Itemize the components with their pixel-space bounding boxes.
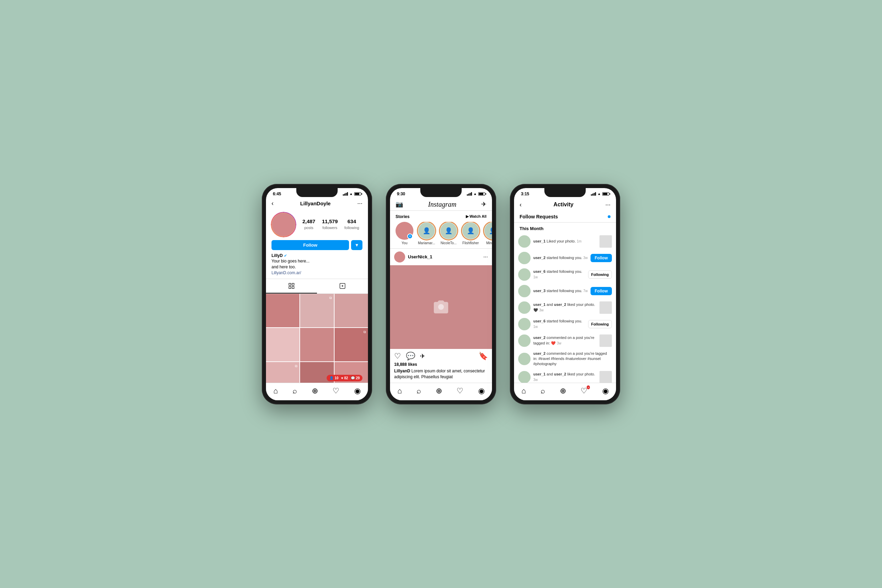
- activity-item-4: user_1 and user_2 liked your photo. 🖤 3w: [514, 299, 616, 316]
- story-you[interactable]: + You: [396, 222, 413, 245]
- comment-button[interactable]: 💬: [406, 352, 415, 361]
- more-button-3[interactable]: ···: [605, 201, 610, 208]
- activity-time-1: 3w: [583, 256, 588, 260]
- stat-followers[interactable]: 11,579 followers: [322, 218, 338, 231]
- followers-label: followers: [322, 226, 337, 230]
- follow-button[interactable]: Follow: [272, 240, 349, 250]
- grid-cell-5[interactable]: [300, 328, 333, 362]
- nav-add-1[interactable]: ⊕: [312, 387, 318, 396]
- nav-add-2[interactable]: ⊕: [436, 387, 442, 396]
- nav-profile-2[interactable]: ◉: [478, 387, 485, 396]
- activity-item-8: user_1 and user_2 liked your photo. 3w: [514, 369, 616, 383]
- tab-grid[interactable]: [266, 279, 317, 294]
- story-flish[interactable]: 👤 Flishflisher: [462, 222, 480, 245]
- post-username: UserNick_1: [408, 254, 432, 260]
- nav-profile-1[interactable]: ◉: [354, 387, 361, 396]
- story-mariamar[interactable]: 👤 Mariamar...: [418, 222, 435, 245]
- add-icon-1: ⊕: [312, 387, 318, 396]
- stat-following[interactable]: 634 following: [345, 218, 359, 231]
- like-button[interactable]: ♡: [394, 352, 401, 361]
- svg-rect-1: [292, 283, 294, 285]
- follow-button-1[interactable]: Follow: [591, 254, 612, 262]
- phone-2-screen: 9:30 ▲ 📷 Instagram: [390, 188, 492, 400]
- post-header: UserNick_1 ···: [390, 249, 492, 265]
- story-nicola[interactable]: 👤 NicoleTo...: [440, 222, 458, 245]
- grid-cell-7[interactable]: ⧉: [266, 362, 299, 382]
- post-caption: LillyanD Lorem ipsum dolor sit amet, con…: [390, 368, 492, 383]
- activity-text-4: user_1 and user_2 liked your photo. 🖤 3w: [533, 302, 597, 313]
- activity-time-6: 3w: [557, 341, 561, 345]
- nav-heart-2[interactable]: ♡: [456, 387, 464, 396]
- post-avatar[interactable]: [394, 252, 405, 262]
- follow-requests-section[interactable]: Follow Requests: [514, 211, 616, 222]
- save-button[interactable]: 🔖: [478, 352, 488, 361]
- nav-home-1[interactable]: ⌂: [273, 387, 278, 396]
- following-label: following: [345, 226, 359, 230]
- stats-container: 2,487 posts 11,579 followers 634 followi…: [299, 218, 363, 231]
- story-minery[interactable]: 👤 Minery...: [484, 222, 492, 245]
- following-button-2[interactable]: Following: [588, 270, 612, 279]
- dropdown-button[interactable]: ▼: [351, 240, 363, 250]
- activity-item-7: user_2 commented on a post you're tagged…: [514, 349, 616, 369]
- search-icon-1: ⌕: [292, 387, 297, 396]
- tab-tagged[interactable]: [317, 279, 368, 294]
- activity-text-3: user_3 started following you. 7w: [533, 288, 588, 294]
- wifi-icon-3: ▲: [597, 192, 601, 196]
- follow-button-3[interactable]: Follow: [591, 287, 612, 295]
- story-avatar-nicola: 👤: [440, 222, 458, 240]
- nav-heart-1[interactable]: ♡: [333, 387, 339, 396]
- nav-heart-3[interactable]: ♡ •: [580, 387, 587, 396]
- multi-icon-2: ⧉: [363, 330, 366, 334]
- activity-avatar-3: [518, 285, 531, 297]
- nav-profile-3[interactable]: ◉: [602, 387, 609, 396]
- activity-item-6: user_2 commented on a post you're tagged…: [514, 332, 616, 349]
- instagram-logo: Instagram: [428, 201, 456, 208]
- comments-badge: 💬 29: [351, 376, 360, 380]
- post-user-info: UserNick_1: [394, 252, 432, 262]
- activity-title: Activity: [554, 201, 574, 208]
- bio-name-row: LillyD ✔: [272, 253, 363, 259]
- caption-username: LillyanD: [394, 369, 410, 374]
- more-button-1[interactable]: ···: [357, 200, 363, 207]
- grid-cell-4[interactable]: [266, 328, 299, 362]
- grid-cell-2[interactable]: ⧉: [300, 294, 333, 327]
- activity-avatar-8: [518, 371, 531, 383]
- back-button-3[interactable]: ‹: [519, 201, 522, 208]
- following-button-5[interactable]: Following: [588, 320, 612, 328]
- grid-cell-3[interactable]: [334, 294, 368, 327]
- post-more-button[interactable]: ···: [483, 254, 488, 260]
- story-avatar-flish: 👤: [462, 222, 480, 240]
- battery-icon-3: [602, 192, 609, 196]
- camera-icon[interactable]: 📷: [396, 201, 403, 208]
- home-icon-3: ⌂: [521, 387, 526, 396]
- send-icon[interactable]: ✈: [481, 201, 486, 208]
- nav-search-3[interactable]: ⌕: [541, 387, 545, 396]
- nav-search-2[interactable]: ⌕: [417, 387, 421, 396]
- heart-icon-1: ♡: [333, 387, 339, 396]
- back-button-1[interactable]: ‹: [272, 200, 273, 207]
- profile-avatar[interactable]: [272, 213, 296, 237]
- nav-search-1[interactable]: ⌕: [292, 387, 297, 396]
- profile-username-title: LillyanDoyle: [300, 201, 330, 206]
- nav-home-3[interactable]: ⌂: [521, 387, 526, 396]
- nav-home-2[interactable]: ⌂: [397, 387, 402, 396]
- grid-cell-6[interactable]: ⧉: [334, 328, 368, 362]
- search-icon-2: ⌕: [417, 387, 421, 396]
- phone-2: 9:30 ▲ 📷 Instagram: [386, 184, 496, 404]
- profile-icon-1: ◉: [354, 387, 361, 396]
- watch-all-button[interactable]: ▶ Watch All: [466, 214, 486, 219]
- bio-link[interactable]: LillyanD.com.ar/: [272, 270, 363, 276]
- share-button[interactable]: ✈: [420, 352, 425, 360]
- activity-user-0: user_1: [533, 239, 545, 243]
- follow-requests-label: Follow Requests: [519, 214, 558, 219]
- wifi-icon-2: ▲: [473, 192, 477, 196]
- nav-add-3[interactable]: ⊕: [560, 387, 566, 396]
- grid-cell-1[interactable]: [266, 294, 299, 327]
- activity-action-2: started following you.: [547, 269, 582, 273]
- multi-icon-3: ⧉: [295, 364, 297, 368]
- bottom-nav-2: ⌂ ⌕ ⊕ ♡ ◉: [390, 383, 492, 400]
- status-time-3: 3:15: [521, 192, 529, 196]
- stories-section: Stories ▶ Watch All + You 👤 Mariamar...: [390, 211, 492, 249]
- activity-avatar-0: [518, 235, 531, 248]
- stat-posts[interactable]: 2,487 posts: [303, 218, 316, 231]
